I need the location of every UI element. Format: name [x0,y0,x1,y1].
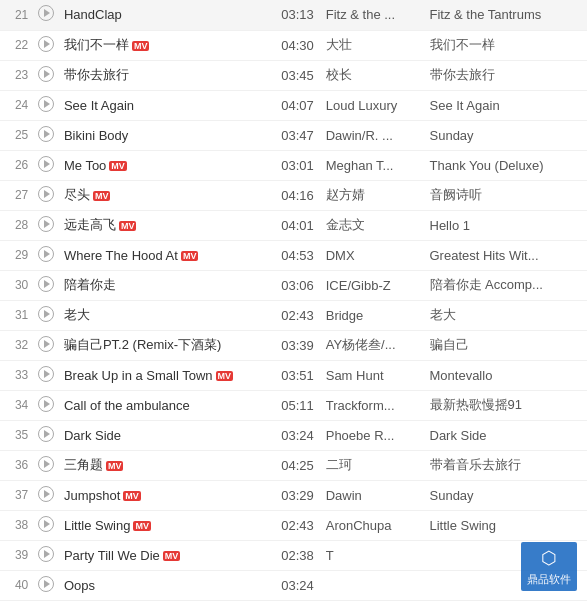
play-button[interactable] [38,516,54,532]
play-button[interactable] [38,486,54,502]
play-button-cell[interactable] [32,570,60,600]
play-button[interactable] [38,246,54,262]
track-artist: 校长 [322,60,426,90]
mv-badge[interactable]: MV [106,461,124,471]
track-title: See It Again [60,90,273,120]
mv-badge[interactable]: MV [109,161,127,171]
track-number: 29 [0,240,32,270]
track-album: 老大 [426,300,588,330]
mv-badge[interactable]: MV [119,221,137,231]
table-row[interactable]: 23带你去旅行03:45校长带你去旅行 [0,60,587,90]
table-row[interactable]: 24See It Again04:07Loud LuxurySee It Aga… [0,90,587,120]
track-number: 24 [0,90,32,120]
play-button-cell[interactable] [32,60,60,90]
track-number: 25 [0,120,32,150]
play-button-cell[interactable] [32,300,60,330]
watermark-label: 鼎品软件 [527,573,571,585]
play-button[interactable] [38,576,54,592]
table-row[interactable]: 31老大02:43Bridge老大 [0,300,587,330]
table-row[interactable]: 28远走高飞MV04:01金志文Hello 1 [0,210,587,240]
track-duration: 05:11 [273,390,321,420]
play-button[interactable] [38,216,54,232]
track-number: 36 [0,450,32,480]
table-row[interactable]: 30陪着你走03:06ICE/Gibb-Z陪着你走 Accomp... [0,270,587,300]
play-button[interactable] [38,156,54,172]
play-button-cell[interactable] [32,360,60,390]
play-button[interactable] [38,126,54,142]
play-button[interactable] [38,66,54,82]
mv-badge[interactable]: MV [132,41,150,51]
mv-badge[interactable]: MV [123,491,141,501]
track-artist: ICE/Gibb-Z [322,270,426,300]
play-button-cell[interactable] [32,330,60,360]
play-button-cell[interactable] [32,270,60,300]
table-row[interactable]: 29Where The Hood AtMV04:53DMXGreatest Hi… [0,240,587,270]
play-button-cell[interactable] [32,420,60,450]
play-button-cell[interactable] [32,390,60,420]
play-button[interactable] [38,186,54,202]
play-button-cell[interactable] [32,0,60,30]
mv-badge[interactable]: MV [93,191,111,201]
track-title: Where The Hood AtMV [60,240,273,270]
play-button-cell[interactable] [32,540,60,570]
mv-badge[interactable]: MV [163,551,181,561]
table-row[interactable]: 38Little SwingMV02:43AronChupaLittle Swi… [0,510,587,540]
track-number: 40 [0,570,32,600]
track-title: HandClap [60,0,273,30]
table-row[interactable]: 21HandClap03:13Fitz & the ...Fitz & the … [0,0,587,30]
play-button-cell[interactable] [32,510,60,540]
play-button[interactable] [38,306,54,322]
play-button-cell[interactable] [32,240,60,270]
table-row[interactable]: 37JumpshotMV03:29DawinSunday [0,480,587,510]
play-button-cell[interactable] [32,120,60,150]
table-row[interactable]: 36三角题MV04:25二珂带着音乐去旅行 [0,450,587,480]
track-title: 远走高飞MV [60,210,273,240]
track-artist: Dawin/R. ... [322,120,426,150]
track-album: Hello 1 [426,210,588,240]
track-artist: Bridge [322,300,426,330]
table-row[interactable]: 27尽头MV04:16赵方婧音阙诗听 [0,180,587,210]
table-row[interactable]: 40Oops03:24 [0,570,587,600]
table-row[interactable]: 22我们不一样MV04:30大壮我们不一样 [0,30,587,60]
track-title: Dark Side [60,420,273,450]
mv-badge[interactable]: MV [133,521,151,531]
play-button-cell[interactable] [32,450,60,480]
play-button-cell[interactable] [32,180,60,210]
track-artist: AY杨佬叁/... [322,330,426,360]
play-button[interactable] [38,96,54,112]
play-button-cell[interactable] [32,210,60,240]
track-album: Thank You (Deluxe) [426,150,588,180]
table-row[interactable]: 25Bikini Body03:47Dawin/R. ...Sunday [0,120,587,150]
play-button[interactable] [38,276,54,292]
table-row[interactable]: 34Call of the ambulance05:11Trackform...… [0,390,587,420]
track-number: 33 [0,360,32,390]
track-number: 22 [0,30,32,60]
mv-badge[interactable]: MV [181,251,199,261]
play-button[interactable] [38,336,54,352]
play-button[interactable] [38,546,54,562]
play-button[interactable] [38,366,54,382]
table-row[interactable]: 32骗自己PT.2 (Remix-下酒菜)03:39AY杨佬叁/...骗自己 [0,330,587,360]
track-duration: 03:45 [273,60,321,90]
track-duration: 03:24 [273,570,321,600]
play-button-cell[interactable] [32,90,60,120]
mv-badge[interactable]: MV [216,371,234,381]
play-button-cell[interactable] [32,30,60,60]
play-button[interactable] [38,396,54,412]
table-row[interactable]: 39Party Till We DieMV02:38T [0,540,587,570]
track-duration: 03:24 [273,420,321,450]
track-title: Break Up in a Small TownMV [60,360,273,390]
track-title: 尽头MV [60,180,273,210]
play-button[interactable] [38,456,54,472]
play-button[interactable] [38,426,54,442]
table-row[interactable]: 33Break Up in a Small TownMV03:51Sam Hun… [0,360,587,390]
play-button-cell[interactable] [32,480,60,510]
table-row[interactable]: 26Me TooMV03:01Meghan T...Thank You (Del… [0,150,587,180]
table-row[interactable]: 35Dark Side03:24Phoebe R...Dark Side [0,420,587,450]
play-button[interactable] [38,36,54,52]
play-button-cell[interactable] [32,150,60,180]
play-button[interactable] [38,5,54,21]
track-duration: 04:07 [273,90,321,120]
track-album: 音阙诗听 [426,180,588,210]
track-number: 30 [0,270,32,300]
